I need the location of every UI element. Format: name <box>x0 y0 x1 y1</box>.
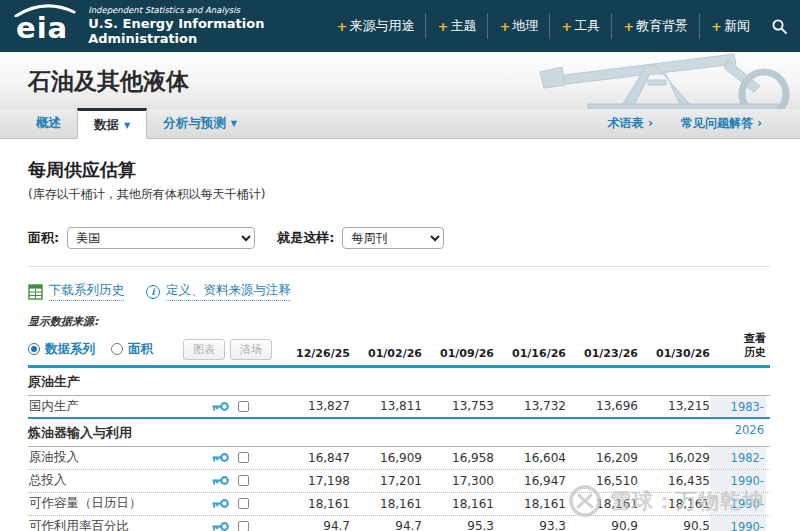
value-cell: 13,827 <box>278 399 350 413</box>
info-icon: i <box>146 285 160 299</box>
chart-button[interactable]: 图表 <box>183 339 225 360</box>
date-headers: 12/26/2501/02/2601/09/2601/16/2601/23/26… <box>278 347 710 360</box>
search-button[interactable] <box>771 18 788 35</box>
page-title: 石油及其他液体 <box>28 66 189 97</box>
nav-item[interactable]: +来源与用途 <box>326 13 426 39</box>
key-icon[interactable] <box>212 498 229 509</box>
row-checkbox[interactable] <box>238 475 249 486</box>
value-cell: 16,958 <box>422 451 494 465</box>
radio-area[interactable]: 面积 <box>111 341 153 358</box>
value-cell: 16,029 <box>638 451 710 465</box>
history-cell: 1982-2026 <box>710 447 766 469</box>
divider <box>28 266 770 267</box>
table-section-title: 炼油器输入与利用 <box>28 419 770 447</box>
chevron-down-icon: ▼ <box>231 119 237 128</box>
row-icons <box>212 401 278 412</box>
row-label: 总投入 <box>28 472 212 489</box>
date-column-header: 01/23/26 <box>566 347 638 360</box>
glossary-link[interactable]: 术语表 › <box>608 115 653 132</box>
table-row: 可作容量（日历日）18,16118,16118,16118,16118,1611… <box>28 493 770 516</box>
section-subtitle: (库存以千桶计，其他所有体积以每天千桶计) <box>28 186 770 203</box>
area-filter-label: 面积: <box>28 229 59 247</box>
value-cell: 18,161 <box>350 497 422 511</box>
table-row: 国内生产13,82713,81113,75313,73213,69613,215… <box>28 396 770 419</box>
plus-icon: + <box>337 19 348 34</box>
row-checkbox[interactable] <box>238 452 249 463</box>
history-cell: 1983-2026 <box>710 396 766 417</box>
key-icon[interactable] <box>212 401 229 412</box>
toolbar: 下载系列历史 i 定义、资料来源与注释 <box>28 282 770 301</box>
value-cell: 13,732 <box>494 399 566 413</box>
key-icon[interactable] <box>212 475 229 486</box>
nav-item[interactable]: +新闻 <box>699 13 761 39</box>
history-link[interactable]: 1990-2026 <box>731 520 764 531</box>
date-column-header: 01/02/26 <box>350 347 422 360</box>
key-icon[interactable] <box>212 521 229 531</box>
spreadsheet-icon <box>28 284 43 300</box>
tab-data[interactable]: 数据▼ <box>77 108 147 139</box>
site-header: eia Independent Statistics and Analysis … <box>0 0 800 52</box>
plus-icon: + <box>561 19 572 34</box>
table-body: 原油生产国内生产13,82713,81113,75313,73213,69613… <box>28 368 770 531</box>
filter-row: 面积: 美国 就是这样: 每周刊 <box>28 227 770 249</box>
period-select[interactable]: 每周刊 <box>342 227 444 249</box>
org-name-line2: Administration <box>88 31 264 47</box>
table-buttons: 图表 清场 <box>183 339 272 360</box>
row-label: 原油投入 <box>28 449 212 466</box>
key-icon[interactable] <box>212 452 229 463</box>
table-row: 总投入17,19817,20117,30016,94716,51016,4351… <box>28 470 770 493</box>
radio-unselected-icon <box>111 343 123 355</box>
row-label: 国内生产 <box>28 398 212 415</box>
radio-data-series[interactable]: 数据系列 <box>28 341 95 358</box>
value-cell: 13,811 <box>350 399 422 413</box>
row-checkbox[interactable] <box>238 401 249 412</box>
row-icons <box>212 498 278 509</box>
date-column-header: 01/30/26 <box>638 347 710 360</box>
tabs: 概述数据▼分析与预测▼ <box>20 109 253 138</box>
history-cell: 1990-2026 <box>710 516 766 531</box>
nav-item[interactable]: +教育背景 <box>611 13 699 39</box>
value-cell: 17,300 <box>422 474 494 488</box>
faq-link[interactable]: 常见问题解答 › <box>681 115 762 132</box>
row-label: 可作容量（日历日） <box>28 495 212 512</box>
value-cell: 93.3 <box>494 519 566 531</box>
period-filter-label: 就是这样: <box>277 229 334 247</box>
value-cell: 94.7 <box>350 519 422 531</box>
history-link[interactable]: 1983-2026 <box>731 400 764 437</box>
org-name-line1: U.S. Energy Information <box>88 16 264 32</box>
definitions-link[interactable]: i 定义、资料来源与注释 <box>146 282 291 301</box>
eia-logo-text: eia <box>14 7 78 45</box>
eia-logo[interactable]: eia Independent Statistics and Analysis … <box>14 5 264 46</box>
value-cell: 17,201 <box>350 474 422 488</box>
table-row: 原油投入16,84716,90916,95816,60416,20916,029… <box>28 447 770 470</box>
plus-icon: + <box>437 19 448 34</box>
definitions-label: 定义、资料来源与注释 <box>166 282 291 301</box>
row-checkbox[interactable] <box>238 498 249 509</box>
value-cell: 17,198 <box>278 474 350 488</box>
value-cell: 13,753 <box>422 399 494 413</box>
date-column-header: 12/26/25 <box>278 347 350 360</box>
table-section: 原油生产国内生产13,82713,81113,75313,73213,69613… <box>28 368 770 419</box>
nav-item[interactable]: +主题 <box>425 13 487 39</box>
tab-overview[interactable]: 概述 <box>20 109 77 138</box>
tab-analysis[interactable]: 分析与预测▼ <box>147 109 253 138</box>
tabbar-links: 术语表 › 常见问题解答 › <box>608 115 800 132</box>
value-cell: 16,604 <box>494 451 566 465</box>
value-cell: 18,161 <box>278 497 350 511</box>
hero-banner: 石油及其他液体 <box>0 52 800 109</box>
value-cell: 90.9 <box>566 519 638 531</box>
row-checkbox[interactable] <box>238 521 249 531</box>
value-cell: 18,161 <box>494 497 566 511</box>
value-cell: 18,161 <box>566 497 638 511</box>
area-select[interactable]: 美国 <box>67 227 255 249</box>
row-icons <box>212 475 278 486</box>
main-content: 每周供应估算 (库存以千桶计，其他所有体积以每天千桶计) 面积: 美国 就是这样… <box>0 158 800 531</box>
download-series-link[interactable]: 下载系列历史 <box>28 282 124 301</box>
nav-item[interactable]: +地理 <box>487 13 549 39</box>
chevron-down-icon: ▼ <box>124 121 130 130</box>
show-data-by-label: 显示数据来源: <box>28 314 770 329</box>
nav-item[interactable]: +工具 <box>549 13 611 39</box>
clear-button[interactable]: 清场 <box>230 339 272 360</box>
tab-bar: 概述数据▼分析与预测▼ 术语表 › 常见问题解答 › <box>0 109 800 139</box>
value-cell: 18,161 <box>422 497 494 511</box>
